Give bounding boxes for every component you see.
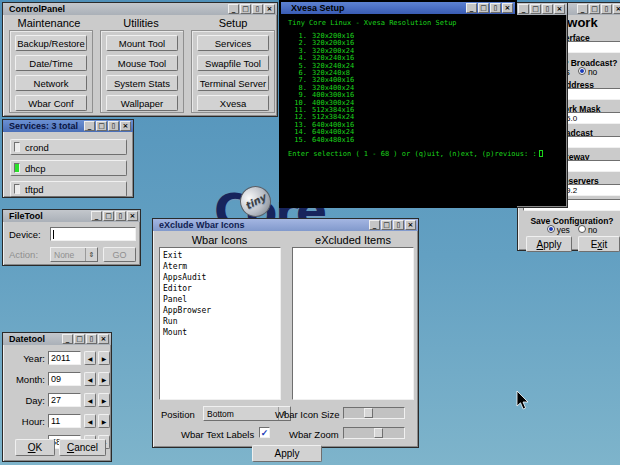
maximize-icon[interactable]: □ xyxy=(478,3,489,13)
terminal-cursor xyxy=(539,150,543,157)
hour-decrement-button[interactable]: ◀ xyxy=(84,414,96,428)
day-decrement-button[interactable]: ◀ xyxy=(84,393,96,407)
system-stats-button[interactable]: System Stats xyxy=(106,75,178,91)
minimize-icon[interactable]: _ xyxy=(466,3,477,13)
service-tftpd[interactable]: tftpd xyxy=(10,181,127,197)
maximize-icon[interactable]: □ xyxy=(530,4,541,14)
maximize-icon[interactable]: □ xyxy=(103,211,114,221)
radio-icon[interactable] xyxy=(578,225,586,233)
slider-thumb[interactable] xyxy=(364,408,373,418)
wbar-conf-button[interactable]: Wbar Conf xyxy=(15,95,87,111)
shade-icon[interactable]: ▯ xyxy=(86,334,97,344)
maximize-icon[interactable]: □ xyxy=(74,334,85,344)
save-no-option[interactable]: no xyxy=(578,225,597,235)
month-decrement-button[interactable]: ◀ xyxy=(84,372,96,386)
terminal-output[interactable]: Tiny Core Linux - Xvesa Resolution Setup… xyxy=(281,14,515,206)
dhcp-no-option[interactable]: no xyxy=(578,67,597,77)
maximize-icon[interactable]: □ xyxy=(96,121,107,131)
device-input[interactable] xyxy=(50,227,136,241)
minimize-icon[interactable]: _ xyxy=(518,4,529,14)
month-increment-button[interactable]: ▶ xyxy=(98,372,110,386)
cancel-button[interactable]: Cancel xyxy=(59,439,106,456)
list-item[interactable]: Editor xyxy=(163,283,277,294)
backup-restore-button[interactable]: Backup/Restore xyxy=(15,35,87,51)
action-dropdown[interactable]: None ⇕ xyxy=(50,247,98,262)
list-item[interactable]: Run xyxy=(163,316,277,327)
xvesa-titlebar[interactable]: Xvesa Setup _ □ ▯ × xyxy=(281,2,515,14)
hour-increment-button[interactable]: ▶ xyxy=(98,414,110,428)
mouse-tool-button[interactable]: Mouse Tool xyxy=(106,55,178,71)
minimize-icon[interactable]: _ xyxy=(91,211,102,221)
close-icon[interactable]: × xyxy=(264,4,275,14)
list-item[interactable]: AppsAudit xyxy=(163,272,277,283)
year-increment-button[interactable]: ▶ xyxy=(98,351,110,365)
close-icon[interactable]: × xyxy=(98,334,109,344)
terminal-prompt[interactable]: Enter selection ( 1 - 68 ) or (q)uit, (n… xyxy=(288,150,515,158)
maximize-icon[interactable]: □ xyxy=(381,220,392,230)
radio-selected-icon[interactable] xyxy=(578,67,586,75)
radio-selected-icon[interactable] xyxy=(547,225,555,233)
apply-button[interactable]: Apply xyxy=(526,236,572,252)
shade-icon[interactable]: ▯ xyxy=(115,211,126,221)
apply-button[interactable]: Apply xyxy=(252,445,322,462)
list-item[interactable]: Exit xyxy=(163,250,277,261)
shade-icon[interactable]: ▯ xyxy=(542,4,553,14)
window-title: ControlPanel xyxy=(9,4,65,14)
month-input[interactable]: 09 xyxy=(48,372,81,386)
list-item[interactable]: Panel xyxy=(163,294,277,305)
shade-icon[interactable]: ▯ xyxy=(252,4,263,14)
minimize-icon[interactable]: _ xyxy=(62,334,73,344)
wbar-icon-size-slider[interactable] xyxy=(343,407,405,419)
datetool-titlebar[interactable]: Datetool _ □ ▯ × xyxy=(3,333,111,345)
excluded-items-list[interactable] xyxy=(292,247,414,400)
year-input[interactable]: 2011 xyxy=(48,351,81,365)
minimize-icon[interactable]: _ xyxy=(84,121,95,131)
list-item[interactable]: AppBrowser xyxy=(163,305,277,316)
close-icon[interactable]: × xyxy=(554,4,565,14)
minimize-icon[interactable]: _ xyxy=(228,4,239,14)
save-yes-option[interactable]: yes xyxy=(547,225,570,235)
shade-icon[interactable]: ▯ xyxy=(490,3,501,13)
close-icon[interactable]: × xyxy=(120,121,131,131)
close-icon[interactable]: × xyxy=(405,220,416,230)
mount-tool-button[interactable]: Mount Tool xyxy=(106,35,178,51)
date-time-button[interactable]: Date/Time xyxy=(15,55,87,71)
spinner-icon[interactable]: ⇕ xyxy=(85,248,97,261)
service-dhcp[interactable]: dhcp xyxy=(10,160,127,176)
slider-thumb[interactable] xyxy=(374,428,383,438)
maximize-icon[interactable]: □ xyxy=(240,4,251,14)
services-button[interactable]: Services xyxy=(197,35,269,51)
maximize-icon[interactable]: □ xyxy=(589,4,600,14)
xvesa-button[interactable]: Xvesa xyxy=(197,95,269,111)
swapfile-tool-button[interactable]: Swapfile Tool xyxy=(197,55,269,71)
close-icon[interactable]: × xyxy=(613,4,620,14)
shade-icon[interactable]: ▯ xyxy=(108,121,119,131)
service-crond[interactable]: crond xyxy=(10,139,127,155)
exit-button[interactable]: Exit xyxy=(578,236,620,252)
wbar-icons-list[interactable]: Exit Aterm AppsAudit Editor Panel AppBro… xyxy=(159,247,281,400)
ok-button[interactable]: OK xyxy=(15,439,55,456)
day-input[interactable]: 27 xyxy=(48,393,81,407)
close-icon[interactable]: × xyxy=(127,211,138,221)
shade-icon[interactable]: ▯ xyxy=(393,220,404,230)
service-status-icon xyxy=(14,184,20,194)
close-icon[interactable]: × xyxy=(502,3,513,13)
exclude-titlebar[interactable]: eXclude Wbar Icons _ □ ▯ × xyxy=(153,219,418,231)
day-increment-button[interactable]: ▶ xyxy=(98,393,110,407)
terminal-server-button[interactable]: Terminal Server xyxy=(197,75,269,91)
wallpaper-button[interactable]: Wallpaper xyxy=(106,95,178,111)
minimize-icon[interactable]: _ xyxy=(369,220,380,230)
hour-input[interactable]: 11 xyxy=(48,414,81,428)
filetool-titlebar[interactable]: FileTool _ □ ▯ × xyxy=(3,210,140,222)
year-decrement-button[interactable]: ◀ xyxy=(84,351,96,365)
controlpanel-titlebar[interactable]: ControlPanel _ □ ▯ × xyxy=(3,3,277,15)
network-button[interactable]: Network xyxy=(15,75,87,91)
list-item[interactable]: Aterm xyxy=(163,261,277,272)
services-titlebar[interactable]: Services: 3 total _ □ ▯ × xyxy=(3,120,133,132)
go-button[interactable]: GO xyxy=(103,247,136,262)
wbar-text-labels-checkbox[interactable]: ✓ xyxy=(259,427,270,438)
list-item[interactable]: Mount xyxy=(163,327,277,338)
shade-icon[interactable]: ▯ xyxy=(601,4,612,14)
minimize-icon[interactable]: _ xyxy=(577,4,588,14)
wbar-zoom-slider[interactable] xyxy=(343,427,405,439)
